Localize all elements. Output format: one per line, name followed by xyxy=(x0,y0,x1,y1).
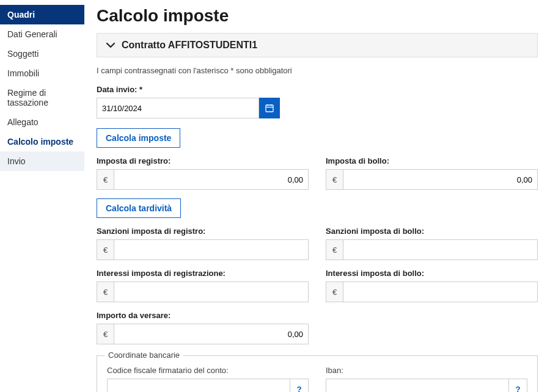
data-invio-label: Data invio: * xyxy=(97,85,538,94)
calendar-icon-button[interactable] xyxy=(259,98,280,118)
svg-rect-0 xyxy=(266,105,273,112)
euro-icon: € xyxy=(326,281,343,302)
importo-versare-label: Importo da versare: xyxy=(97,311,309,320)
interessi-registrazione-input[interactable] xyxy=(114,281,309,302)
imposta-bollo-input[interactable] xyxy=(343,169,538,190)
sanzioni-registro-input[interactable] xyxy=(114,239,309,260)
chevron-down-icon xyxy=(106,40,116,50)
imposta-bollo-label: Imposta di bollo: xyxy=(326,156,538,165)
help-icon: ? xyxy=(515,385,520,393)
data-invio-input[interactable] xyxy=(97,98,259,118)
iban-input[interactable] xyxy=(326,379,509,392)
coordinate-bancarie-fieldset: Coordinate bancarie Codice fiscale firma… xyxy=(97,355,538,392)
interessi-registrazione-label: Interessi imposta di registrazione: xyxy=(97,269,309,278)
calendar-icon xyxy=(265,103,274,113)
sanzioni-bollo-label: Sanzioni imposta di bollo: xyxy=(326,227,538,236)
euro-icon: € xyxy=(97,324,114,344)
sidebar-item-calcolo-imposte[interactable]: Calcolo imposte xyxy=(0,132,84,151)
euro-icon: € xyxy=(326,169,343,190)
sidebar-item-allegato[interactable]: Allegato xyxy=(0,112,84,132)
page-title: Calcolo imposte xyxy=(97,6,538,26)
sanzioni-bollo-input[interactable] xyxy=(343,239,538,260)
imposta-registro-label: Imposta di registro: xyxy=(97,156,309,165)
sidebar-item-invio[interactable]: Invio xyxy=(0,151,84,171)
sanzioni-registro-label: Sanzioni imposta di registro: xyxy=(97,227,309,236)
accordion-label: Contratto AFFITOSTUDENTI1 xyxy=(122,40,257,51)
sidebar-item-regime-tassazione[interactable]: Regime di tassazione xyxy=(0,83,84,112)
codice-fiscale-input[interactable] xyxy=(107,379,290,392)
sidebar-nav: Quadri Dati Generali Soggetti Immobili R… xyxy=(0,0,84,392)
codice-fiscale-help-button[interactable]: ? xyxy=(290,379,309,392)
calcola-tardivita-button[interactable]: Calcola tardività xyxy=(97,198,181,218)
importo-versare-input[interactable] xyxy=(114,324,309,344)
accordion-contratto-header[interactable]: Contratto AFFITOSTUDENTI1 xyxy=(97,33,538,57)
main-content: Calcolo imposte Contratto AFFITOSTUDENTI… xyxy=(84,0,550,392)
sidebar-item-dati-generali[interactable]: Dati Generali xyxy=(0,24,84,44)
codice-fiscale-label: Codice fiscale firmatario del conto: xyxy=(107,366,309,375)
euro-icon: € xyxy=(97,169,114,190)
sidebar-header-quadri[interactable]: Quadri xyxy=(0,5,84,24)
iban-label: Iban: xyxy=(326,366,527,375)
sidebar-item-immobili[interactable]: Immobili xyxy=(0,64,84,83)
euro-icon: € xyxy=(97,281,114,302)
imposta-registro-input[interactable] xyxy=(114,169,309,190)
required-fields-hint: I campi contrassegnati con l'asterisco *… xyxy=(97,66,538,75)
iban-help-button[interactable]: ? xyxy=(509,379,527,392)
interessi-bollo-label: Interessi imposta di bollo: xyxy=(326,269,538,278)
sidebar-item-soggetti[interactable]: Soggetti xyxy=(0,44,84,64)
euro-icon: € xyxy=(326,239,343,260)
calcola-imposte-button[interactable]: Calcola imposte xyxy=(97,128,180,148)
interessi-bollo-input[interactable] xyxy=(343,281,538,302)
help-icon: ? xyxy=(296,385,301,393)
euro-icon: € xyxy=(97,239,114,260)
coordinate-bancarie-legend: Coordinate bancarie xyxy=(105,350,183,360)
